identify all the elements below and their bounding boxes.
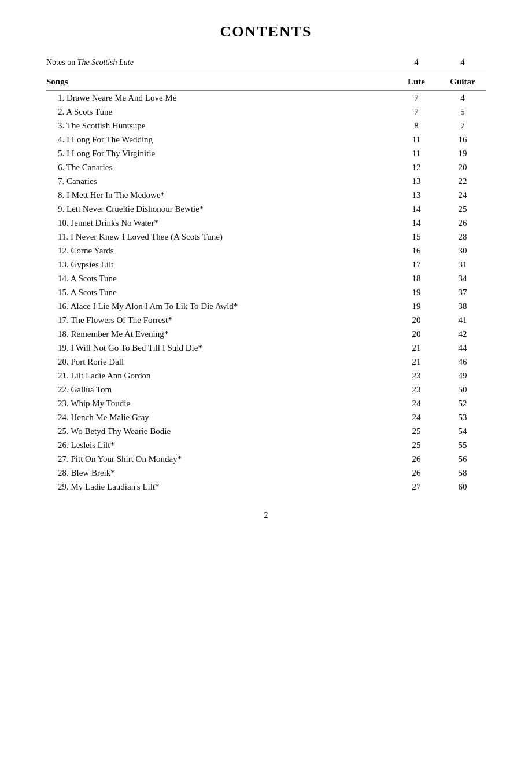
song-title: 21. Lilt Ladie Ann Gordon <box>46 369 393 383</box>
notes-row: Notes on The Scottish Lute 4 4 <box>46 57 486 73</box>
song-lute-page: 17 <box>393 258 439 271</box>
notes-prefix: Notes on <box>46 58 77 67</box>
song-title: 8. I Mett Her In The Medowe* <box>46 188 393 202</box>
song-lute-page: 27 <box>393 480 439 494</box>
song-guitar-page: 49 <box>439 369 486 383</box>
song-title: 19. I Will Not Go To Bed Till I Suld Die… <box>46 341 393 355</box>
song-guitar-page: 7 <box>439 119 486 133</box>
song-title: 14. A Scots Tune <box>46 271 393 285</box>
song-title: 10. Jennet Drinks No Water* <box>46 216 393 230</box>
song-lute-page: 8 <box>393 119 439 133</box>
table-row: 2. A Scots Tune75 <box>46 105 486 119</box>
table-row: 6. The Canaries1220 <box>46 160 486 174</box>
song-lute-page: 20 <box>393 313 439 327</box>
song-guitar-page: 60 <box>439 480 486 494</box>
song-lute-page: 13 <box>393 188 439 202</box>
song-lute-page: 26 <box>393 466 439 480</box>
song-lute-page: 14 <box>393 216 439 230</box>
song-guitar-page: 4 <box>439 91 486 105</box>
song-title: 16. Alace I Lie My Alon I Am To Lik To D… <box>46 299 393 313</box>
table-row: 29. My Ladie Laudian's Lilt*2760 <box>46 480 486 494</box>
song-lute-page: 26 <box>393 452 439 466</box>
song-title: 3. The Scottish Huntsupe <box>46 119 393 133</box>
song-title: 4. I Long For The Wedding <box>46 133 393 146</box>
song-title: 12. Corne Yards <box>46 244 393 258</box>
song-guitar-page: 22 <box>439 174 486 188</box>
song-title: 27. Pitt On Your Shirt On Monday* <box>46 452 393 466</box>
header-guitar: Guitar <box>439 73 486 91</box>
header-songs: Songs <box>46 73 393 91</box>
song-lute-page: 25 <box>393 424 439 438</box>
song-guitar-page: 24 <box>439 188 486 202</box>
song-guitar-page: 34 <box>439 271 486 285</box>
notes-lute: 4 <box>393 57 439 73</box>
table-row: 12. Corne Yards1630 <box>46 244 486 258</box>
table-row: 10. Jennet Drinks No Water*1426 <box>46 216 486 230</box>
song-guitar-page: 53 <box>439 410 486 424</box>
song-lute-page: 14 <box>393 202 439 216</box>
table-row: 25. Wo Betyd Thy Wearie Bodie2554 <box>46 424 486 438</box>
song-guitar-page: 30 <box>439 244 486 258</box>
song-lute-page: 23 <box>393 383 439 396</box>
song-title: 23. Whip My Toudie <box>46 396 393 410</box>
song-lute-page: 25 <box>393 438 439 452</box>
song-lute-page: 18 <box>393 271 439 285</box>
song-lute-page: 7 <box>393 91 439 105</box>
song-lute-page: 21 <box>393 355 439 369</box>
table-row: 18. Remember Me At Evening*2042 <box>46 327 486 341</box>
song-title: 2. A Scots Tune <box>46 105 393 119</box>
song-guitar-page: 19 <box>439 146 486 160</box>
song-lute-page: 11 <box>393 133 439 146</box>
song-lute-page: 24 <box>393 396 439 410</box>
column-header-row: Songs Lute Guitar <box>46 73 486 91</box>
song-title: 5. I Long For Thy Virginitie <box>46 146 393 160</box>
table-row: 21. Lilt Ladie Ann Gordon2349 <box>46 369 486 383</box>
song-title: 6. The Canaries <box>46 160 393 174</box>
contents-table: Notes on The Scottish Lute 4 4 Songs Lut… <box>46 57 486 494</box>
song-guitar-page: 50 <box>439 383 486 396</box>
table-row: 1. Drawe Neare Me And Love Me74 <box>46 91 486 105</box>
song-guitar-page: 56 <box>439 452 486 466</box>
table-row: 19. I Will Not Go To Bed Till I Suld Die… <box>46 341 486 355</box>
table-row: 7. Canaries1322 <box>46 174 486 188</box>
table-row: 22. Gallua Tom2350 <box>46 383 486 396</box>
song-title: 22. Gallua Tom <box>46 383 393 396</box>
song-guitar-page: 52 <box>439 396 486 410</box>
table-row: 15. A Scots Tune1937 <box>46 285 486 299</box>
table-row: 4. I Long For The Wedding1116 <box>46 133 486 146</box>
song-lute-page: 21 <box>393 341 439 355</box>
song-guitar-page: 25 <box>439 202 486 216</box>
table-row: 28. Blew Breik*2658 <box>46 466 486 480</box>
song-title: 17. The Flowers Of The Forrest* <box>46 313 393 327</box>
song-title: 15. A Scots Tune <box>46 285 393 299</box>
song-guitar-page: 38 <box>439 299 486 313</box>
table-row: 8. I Mett Her In The Medowe*1324 <box>46 188 486 202</box>
song-guitar-page: 26 <box>439 216 486 230</box>
page-title: CONTENTS <box>46 23 486 41</box>
song-lute-page: 12 <box>393 160 439 174</box>
table-row: 17. The Flowers Of The Forrest*2041 <box>46 313 486 327</box>
song-guitar-page: 54 <box>439 424 486 438</box>
song-title: 26. Lesleis Lilt* <box>46 438 393 452</box>
table-row: 16. Alace I Lie My Alon I Am To Lik To D… <box>46 299 486 313</box>
page: CONTENTS Notes on The Scottish Lute 4 4 … <box>0 0 532 761</box>
song-lute-page: 19 <box>393 285 439 299</box>
song-lute-page: 13 <box>393 174 439 188</box>
table-row: 27. Pitt On Your Shirt On Monday*2656 <box>46 452 486 466</box>
song-lute-page: 7 <box>393 105 439 119</box>
table-row: 14. A Scots Tune1834 <box>46 271 486 285</box>
song-title: 20. Port Rorie Dall <box>46 355 393 369</box>
song-title: 18. Remember Me At Evening* <box>46 327 393 341</box>
page-number: 2 <box>46 511 486 520</box>
table-row: 23. Whip My Toudie2452 <box>46 396 486 410</box>
song-guitar-page: 55 <box>439 438 486 452</box>
table-row: 13. Gypsies Lilt1731 <box>46 258 486 271</box>
song-lute-page: 24 <box>393 410 439 424</box>
song-guitar-page: 37 <box>439 285 486 299</box>
table-row: 11. I Never Knew I Loved Thee (A Scots T… <box>46 230 486 244</box>
song-title: 11. I Never Knew I Loved Thee (A Scots T… <box>46 230 393 244</box>
song-lute-page: 19 <box>393 299 439 313</box>
notes-italic-title: The Scottish Lute <box>77 58 134 67</box>
song-lute-page: 15 <box>393 230 439 244</box>
table-row: 5. I Long For Thy Virginitie1119 <box>46 146 486 160</box>
